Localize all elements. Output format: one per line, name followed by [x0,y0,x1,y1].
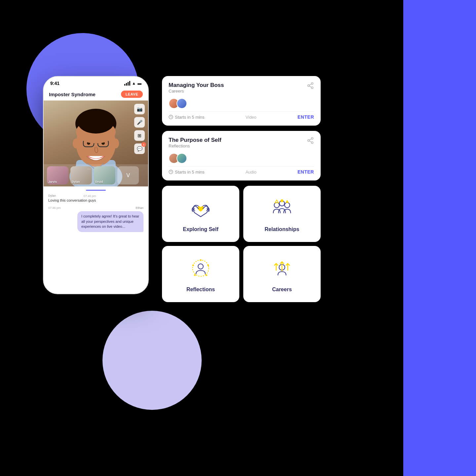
leave-button[interactable]: LEAVE [121,91,143,98]
phone-time: 9:41 [50,81,60,86]
phone-header: Imposter Syndrome LEAVE [44,88,148,100]
svg-point-12 [73,139,79,148]
signal-bar-3 [128,82,129,86]
card-title-2: The Purpose of Self [169,137,221,143]
participant-thumb-druid: Druid [94,166,115,184]
card-starts-text-2: Starts in 5 mins [175,170,205,175]
svg-line-23 [309,141,311,142]
phone-call-title: Imposter Syndrome [49,92,96,97]
signal-bar-2 [126,83,127,86]
camera-control-button[interactable]: 📷 [134,104,145,114]
avatar-1b [177,98,187,109]
phone-mockup: 9:41 ▲ ▬ Imposter Syndrome LEAVE [43,76,149,294]
battery-icon: ▬ [138,81,141,86]
relationships-icon-wrap [269,195,295,222]
signal-bar-1 [124,84,125,86]
participant-more[interactable]: V [117,166,139,184]
category-card-exploring-self[interactable]: Exploring Self [162,186,239,242]
svg-point-35 [207,264,209,266]
cards-panel: Managing Your Boss Careers Starts in 5 m… [162,76,321,302]
chat-time-dylan: 07:46 pm [84,194,96,198]
relationships-label: Relationships [265,226,299,232]
card-starts-text-1: Starts in 5 mins [175,115,205,120]
card-enter-button-1[interactable]: ENTER [298,114,314,120]
card-divider-2 [169,166,314,167]
exploring-self-icon-wrap [187,195,214,222]
signal-bar-4 [129,81,130,86]
chat-text-dylan: Loving this conversation guys [48,198,96,203]
svg-point-37 [194,274,196,276]
chat-message-ethan: 07:46 pm Ethan I completely agree! It's … [48,206,143,232]
chat-time-ethan: 07:46 pm [48,206,61,210]
category-card-relationships[interactable]: Relationships [243,186,321,242]
signal-bars-icon [124,81,130,86]
session-card-managing-boss: Managing Your Boss Careers Starts in 5 m… [162,76,321,126]
card-media-type-1: Video [246,115,257,120]
svg-point-13 [112,139,119,148]
share-icon-1[interactable] [307,82,314,91]
svg-line-24 [309,139,311,140]
phone-icons: ▲ ▬ [124,81,141,86]
chat-message-dylan: Dylan 07:46 pm Loving this conversation … [48,194,143,203]
chat-author-dylan: Dylan [48,194,56,197]
share-icon-2[interactable] [307,137,314,146]
person-arrows-icon [270,257,294,280]
wifi-icon: ▲ [132,81,136,86]
grid-control-button[interactable]: ⊞ [134,130,145,141]
svg-line-18 [309,84,311,85]
card-divider-1 [169,111,314,112]
background-blue-panel [403,0,476,476]
category-card-careers[interactable]: Careers [243,246,321,302]
participant-thumb-dylan: ⋯ Dylan [70,166,92,184]
card-avatars-1 [169,98,314,109]
card-enter-button-2[interactable]: ENTER [298,169,314,175]
card-starts-2: Starts in 5 mins [169,170,205,175]
card-media-type-2: Audio [246,170,257,175]
phone-chat-area: Dylan 07:46 pm Loving this conversation … [44,186,148,239]
clock-icon-1 [169,115,173,119]
category-grid: Exploring Self [162,186,321,302]
card-avatars-2 [169,153,314,164]
video-controls: 📷 🎤 ⊞ 💬 1 [134,104,145,154]
svg-line-17 [309,86,311,87]
exploring-self-label: Exploring Self [183,226,218,232]
participant-name-dylan: Dylan [72,180,80,183]
svg-point-34 [200,259,201,261]
chat-control-button[interactable]: 💬 1 [134,143,145,154]
svg-marker-31 [286,200,289,203]
participant-options-dylan[interactable]: ⋯ [87,167,91,171]
person-circle-icon [189,257,212,280]
card-starts-1: Starts in 5 mins [169,115,205,120]
careers-label: Careers [272,287,292,293]
reflections-icon-wrap [187,256,214,282]
svg-point-28 [285,203,290,208]
svg-point-36 [206,274,207,276]
chat-progress-indicator [86,190,106,191]
svg-point-11 [78,110,114,134]
participant-name-jarvis: Jarvis [48,180,57,183]
clock-icon-2 [169,170,173,174]
participant-thumb-jarvis: Jarvis [47,166,68,184]
card-category-1: Careers [169,89,224,94]
chat-author-ethan: Ethan [136,206,143,210]
card-title-1: Managing Your Boss [169,82,224,89]
svg-point-33 [193,260,209,276]
phone-video-area: 📷 🎤 ⊞ 💬 1 Jarvis ⋯ Dylan Druid V [44,100,148,186]
card-category-2: Reflections [169,143,221,148]
svg-point-38 [192,264,194,266]
chat-text-ethan: I completely agree! It's great to hear a… [77,211,143,232]
phone-status-bar: 9:41 ▲ ▬ [44,77,148,88]
people-shapes-icon [270,197,294,220]
participants-row: Jarvis ⋯ Dylan Druid V [44,164,148,186]
hands-heart-icon [189,197,212,220]
mic-control-button[interactable]: 🎤 [134,117,145,128]
careers-icon-wrap [269,256,295,282]
session-card-purpose-of-self: The Purpose of Self Reflections Starts i… [162,131,321,180]
background-lavender-circle [102,311,202,410]
avatar-2b [177,153,187,164]
svg-point-30 [281,199,284,202]
svg-point-32 [198,264,203,269]
category-card-reflections[interactable]: Reflections [162,246,239,302]
reflections-label: Reflections [186,287,215,293]
participant-name-druid: Druid [95,180,103,183]
